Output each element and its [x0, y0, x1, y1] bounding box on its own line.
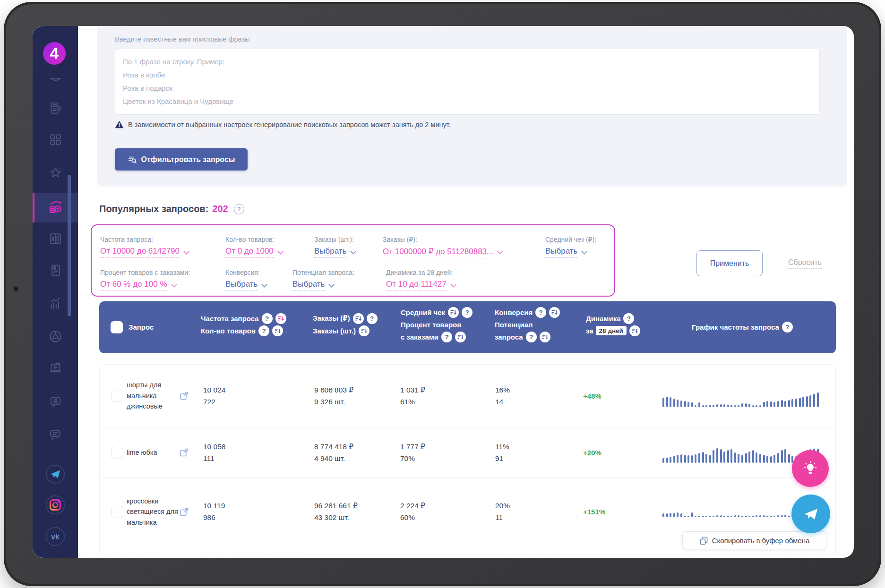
reset-button[interactable]: Сбросить — [788, 258, 822, 269]
select-all-checkbox[interactable] — [111, 321, 123, 333]
filter-value-dropdown[interactable]: От 60 % до 100 % — [100, 280, 175, 291]
dynamics-value: +151% — [583, 478, 605, 545]
sort-icon[interactable] — [353, 313, 364, 324]
sidebar-item-instagram[interactable] — [33, 495, 78, 516]
cell-value: 10 024 — [203, 386, 225, 394]
sidebar-item-telegram[interactable] — [33, 465, 78, 486]
sparkline-bar — [784, 401, 786, 407]
filter-row1-4: Средний чек (₽):Выбрать — [545, 236, 596, 258]
help-icon[interactable]: ? — [262, 313, 273, 324]
row-checkbox[interactable] — [111, 390, 123, 402]
help-icon[interactable]: ? — [623, 313, 634, 324]
results-help-icon[interactable]: ? — [234, 204, 244, 214]
sidebar-item-smile[interactable] — [33, 72, 78, 89]
sort-icon[interactable] — [549, 307, 560, 318]
copy-to-clipboard-button[interactable]: Скопировать в буфер обмена — [682, 531, 826, 549]
help-icon[interactable]: ? — [367, 313, 378, 324]
cell-value: 986 — [203, 513, 225, 522]
sidebar-item-support-chat[interactable] — [33, 394, 78, 411]
row-checkbox[interactable] — [111, 506, 123, 518]
sort-icon[interactable] — [455, 332, 466, 342]
sidebar-item-excel[interactable] — [33, 231, 78, 248]
sort-icon-active[interactable] — [275, 313, 286, 324]
phrases-textarea[interactable] — [115, 49, 820, 115]
sidebar-item-analytics[interactable] — [33, 296, 78, 313]
sidebar-item-money-growth[interactable] — [33, 199, 78, 216]
sparkline-bar — [698, 516, 700, 517]
filter-value-dropdown[interactable]: От 0 до 1000 — [225, 247, 282, 258]
sparkline-bar — [738, 405, 739, 407]
sparkline-bar — [680, 513, 682, 517]
help-icon[interactable]: ? — [462, 307, 473, 318]
external-link-icon[interactable] — [179, 365, 189, 427]
sort-icon[interactable] — [272, 325, 283, 336]
sparkline-bar — [702, 452, 704, 463]
header-label: Средний чек — [401, 308, 445, 316]
cell-stack-3: 20%11 — [495, 478, 510, 545]
product-card-icon — [48, 101, 63, 118]
row-checkbox[interactable] — [111, 447, 123, 459]
filter-row1-1: Кол-во товаров:От 0 до 1000 — [225, 236, 282, 258]
sort-icon[interactable] — [448, 307, 459, 318]
sort-icon[interactable] — [629, 325, 640, 336]
telegram-fab[interactable] — [791, 494, 830, 533]
sparkline-bar — [673, 456, 675, 463]
filter-label: Динамика за 28 дней: — [386, 269, 455, 276]
sidebar-item-vk[interactable]: vk — [33, 527, 78, 548]
sparkline-bar — [695, 516, 696, 517]
sidebar-scrollbar[interactable] — [68, 175, 71, 316]
cell-value: 10 058 — [203, 443, 225, 451]
external-link-icon[interactable] — [179, 427, 189, 477]
sort-icon[interactable] — [540, 332, 550, 342]
results-title-row: Популярных запросов: 202 ? — [99, 204, 244, 214]
instagram-icon — [45, 494, 66, 517]
cell-value: 1 777 ₽ — [400, 443, 425, 451]
header-line: График частоты запроса? — [692, 321, 793, 333]
video-learning-icon — [48, 361, 63, 377]
external-link-icon[interactable] — [179, 478, 189, 545]
sort-icon[interactable] — [359, 325, 369, 336]
filter-value-dropdown[interactable]: Выбрать — [545, 247, 585, 258]
frequency-sparkline — [662, 391, 819, 407]
app-logo[interactable]: 4 — [43, 42, 66, 65]
sidebar-item-video-learning[interactable] — [33, 360, 78, 377]
filter-queries-button[interactable]: Отфильтровать запросы — [115, 148, 248, 170]
apply-button[interactable]: Применить — [696, 250, 763, 276]
cell-value: 10 119 — [203, 502, 225, 510]
sidebar-item-product-card[interactable] — [33, 101, 78, 118]
sidebar-item-reviews[interactable] — [33, 427, 78, 444]
sparkline-bar — [723, 404, 725, 407]
help-icon[interactable]: ? — [782, 322, 793, 332]
sidebar-item-star[interactable] — [33, 165, 78, 182]
filter-value-dropdown[interactable]: От 10 до 111427 — [386, 280, 455, 291]
sparkline-bar — [795, 399, 797, 407]
sparkline-bar — [741, 455, 743, 463]
filter-value-dropdown[interactable]: От 10000 до 6142790 — [100, 247, 188, 258]
sidebar-item-apps-grid[interactable] — [33, 132, 78, 149]
filter-value-dropdown[interactable]: От 1000000 ₽ до 511280883... — [383, 247, 501, 258]
help-icon[interactable]: ? — [535, 307, 546, 318]
header-line: запроса? — [495, 331, 560, 343]
cell-value: 722 — [203, 398, 225, 406]
filter-value-dropdown[interactable]: Выбрать — [292, 280, 333, 291]
sparkline-bar — [705, 405, 707, 407]
help-icon[interactable]: ? — [441, 332, 452, 342]
help-icon[interactable]: ? — [258, 325, 269, 336]
sidebar-item-report[interactable] — [33, 263, 78, 280]
header-line: Процент товаров — [401, 318, 473, 331]
filter-value-dropdown[interactable]: Выбрать — [314, 247, 354, 258]
sparkline-bar — [713, 450, 714, 463]
header-column-0: Частота запроса?Кол-во товаров? — [201, 312, 286, 337]
sparkline-bar — [748, 404, 750, 407]
ideas-fab[interactable] — [792, 450, 829, 487]
sparkline-bar — [781, 515, 783, 517]
cell-value: 4 940 шт. — [314, 454, 353, 463]
filter-value-dropdown[interactable]: Выбрать — [225, 280, 266, 291]
chevron-down-icon — [450, 281, 456, 288]
sidebar-item-chrome[interactable] — [33, 329, 78, 346]
sparkline-bar — [770, 516, 772, 517]
period-selector[interactable]: 28 дней — [596, 326, 627, 335]
sparkline-bar — [752, 450, 754, 463]
help-icon[interactable]: ? — [526, 332, 537, 342]
sparkline-bar — [752, 516, 754, 517]
